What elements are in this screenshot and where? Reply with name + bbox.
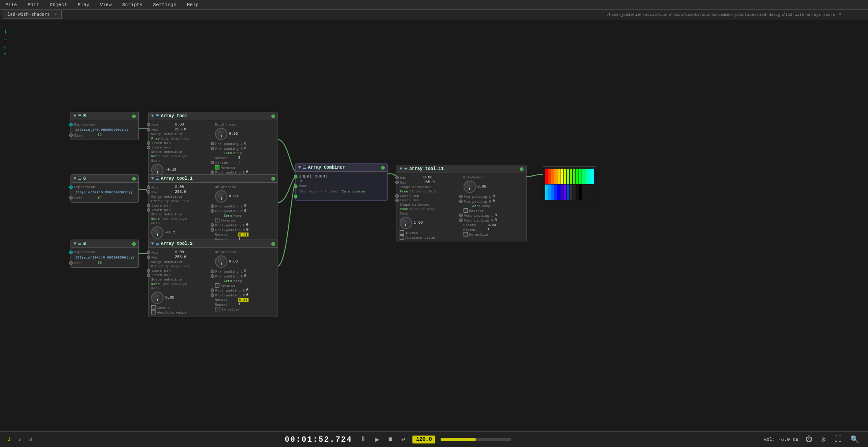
tempo-slider[interactable]	[441, 438, 511, 441]
node-G-header[interactable]: ▼ ☰ G	[71, 175, 138, 183]
at2-learnmax-port[interactable]	[147, 273, 150, 277]
menu-edit[interactable]: Edit	[26, 1, 41, 8]
tab-close-right[interactable]: ×	[838, 12, 841, 17]
transport-play[interactable]: ▶	[374, 434, 382, 445]
search-btn[interactable]: 🔍	[849, 434, 861, 445]
at11-postpadl-port[interactable]	[459, 214, 463, 217]
at2-postpadr-port[interactable]	[211, 293, 214, 297]
node-array-tool11-header[interactable]: ▼ ☰ Array tool.11	[397, 165, 526, 173]
fit-icon[interactable]: ⊕	[4, 45, 7, 50]
at2-prepadl-port[interactable]	[211, 270, 214, 273]
transport-stop[interactable]: ■	[386, 435, 394, 444]
at-prepadl-port[interactable]	[211, 142, 214, 145]
at2-learnmin-port[interactable]	[147, 269, 150, 273]
at1-prepadr-port[interactable]	[211, 209, 214, 213]
settings-btn[interactable]: ⚙	[820, 434, 827, 445]
zoom-out-icon[interactable]: −	[4, 37, 7, 43]
at11-normalize-cb[interactable]	[464, 232, 468, 236]
transport-rewind[interactable]: ↩	[400, 434, 408, 445]
fullscreen-btn[interactable]: ⛶	[833, 434, 843, 444]
menu-play[interactable]: Play	[76, 1, 91, 8]
tab-led-with-shaders[interactable]: led-with-shaders ×	[3, 11, 62, 19]
at2-normalize-cb[interactable]	[215, 307, 219, 311]
ac-input2-port[interactable]	[294, 185, 297, 188]
at11-gain-knob[interactable]	[400, 217, 412, 229]
zoom-in-icon[interactable]: +	[4, 29, 7, 35]
node-array-tool11-collapse[interactable]: ▼	[400, 166, 402, 171]
node-array-combiner-header[interactable]: ▼ ☰ Array Combiner	[296, 164, 387, 172]
node-R-collapse[interactable]: ▼	[74, 114, 76, 118]
at2-postpadl-port[interactable]	[211, 288, 214, 292]
ac-input3-port[interactable]	[294, 195, 297, 198]
node-array-tool11-output-port[interactable]	[520, 167, 523, 171]
at11-prepadr-port[interactable]	[459, 199, 463, 203]
menu-scripts[interactable]: Scripts	[120, 1, 144, 8]
node-R-expr-port[interactable]	[69, 123, 73, 126]
node-array-tool-collapse[interactable]: ▼	[151, 114, 154, 118]
node-G-expr-port[interactable]	[69, 185, 73, 189]
node-G-collapse[interactable]: ▼	[74, 176, 76, 181]
note-icon[interactable]: ♩	[7, 436, 11, 443]
at1-prepadl-port[interactable]	[211, 204, 214, 208]
node-G-output-port[interactable]	[132, 177, 136, 181]
bpm-display[interactable]: 120.0	[412, 436, 435, 443]
at1-learnmin-port[interactable]	[147, 204, 150, 207]
at2-min-port[interactable]	[147, 251, 150, 254]
at11-brightness-knob[interactable]	[464, 181, 476, 193]
at1-learnmax-port[interactable]	[147, 208, 150, 212]
node-B-output-port[interactable]	[132, 242, 136, 246]
at11-max-port[interactable]	[395, 181, 399, 184]
at-max-port[interactable]	[147, 128, 150, 131]
node-B-header[interactable]: ▼ ☰ B	[71, 240, 138, 248]
at1-max-port[interactable]	[147, 190, 150, 194]
node-array-tool2-header[interactable]: ▼ ☰ Array tool.2	[148, 240, 278, 248]
at2-abs-cb[interactable]	[151, 310, 156, 314]
at-min-port[interactable]	[147, 123, 150, 126]
node-array-tool-output-port[interactable]	[271, 115, 275, 118]
node-array-tool1-output-port[interactable]	[271, 177, 275, 181]
at1-reverse-cb[interactable]	[215, 218, 219, 222]
at11-postpadr-port[interactable]	[459, 218, 463, 222]
at-learnmax-port[interactable]	[147, 146, 150, 149]
at1-postpadl-port[interactable]	[211, 223, 214, 227]
at1-gain-knob[interactable]	[151, 226, 163, 239]
ac-mode-append[interactable]: Append	[309, 189, 322, 193]
node-array-combiner-collapse[interactable]: ▼	[298, 165, 301, 170]
at11-invert-cb[interactable]	[400, 230, 404, 235]
menu-view[interactable]: View	[98, 1, 113, 8]
at11-learnmax-port[interactable]	[395, 199, 399, 202]
pan-icon[interactable]: ⇔	[4, 52, 7, 56]
at11-abs-cb[interactable]	[400, 235, 404, 240]
at-postpadl-port[interactable]	[211, 170, 214, 174]
at2-brightness-knob[interactable]	[215, 255, 227, 268]
at11-reverse-cb[interactable]	[464, 208, 468, 213]
at1-postpadr-port[interactable]	[211, 228, 214, 232]
node-array-tool2-output-port[interactable]	[271, 242, 275, 246]
transport-pause[interactable]: ⏸	[358, 434, 368, 444]
at2-max-port[interactable]	[147, 255, 150, 259]
ac-mode-sum[interactable]: Sum	[300, 189, 306, 193]
at11-learnmin-port[interactable]	[395, 194, 399, 198]
at-brightness-knob[interactable]	[215, 128, 227, 140]
node-R-header[interactable]: ▼ ☰ R	[71, 112, 138, 120]
at1-brightness-knob[interactable]	[215, 190, 227, 203]
node-R-output-port[interactable]	[132, 115, 136, 118]
at-stride-port[interactable]	[211, 161, 214, 164]
at2-reverse-cb[interactable]	[215, 283, 219, 288]
node-B-size-port[interactable]	[69, 261, 73, 265]
ac-mode-product[interactable]: Product	[324, 189, 339, 193]
node-R-size-port[interactable]	[69, 133, 73, 137]
menu-help[interactable]: Help	[185, 1, 200, 8]
node-array-combiner-output-port[interactable]	[381, 166, 385, 170]
node-array-tool2-collapse[interactable]: ▼	[151, 241, 154, 246]
at2-prepadr-port[interactable]	[211, 274, 214, 278]
at-learnmin-port[interactable]	[147, 141, 150, 145]
node-B-expr-port[interactable]	[69, 251, 73, 254]
ac-input1-port[interactable]	[294, 175, 297, 178]
menu-file[interactable]: File	[4, 1, 19, 8]
loop-icon[interactable]: ↺	[29, 436, 32, 443]
at11-prepadl-port[interactable]	[459, 195, 463, 198]
node-array-tool1-collapse[interactable]: ▼	[151, 176, 154, 181]
at1-min-port[interactable]	[147, 185, 150, 189]
node-G-size-port[interactable]	[69, 196, 73, 199]
